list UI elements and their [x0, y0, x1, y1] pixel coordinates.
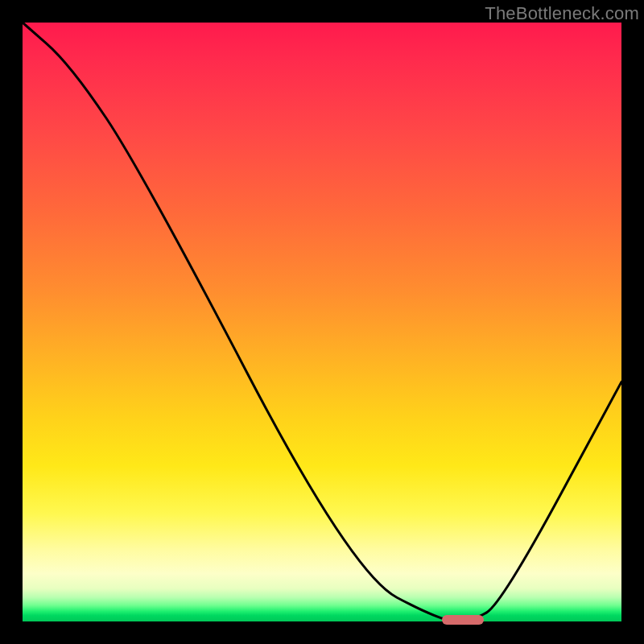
- optimal-range-marker: [442, 615, 484, 625]
- chart-frame: TheBottleneck.com: [0, 0, 644, 644]
- bottleneck-curve: [23, 23, 621, 621]
- watermark-text: TheBottleneck.com: [485, 3, 639, 24]
- plot-area: [23, 23, 621, 621]
